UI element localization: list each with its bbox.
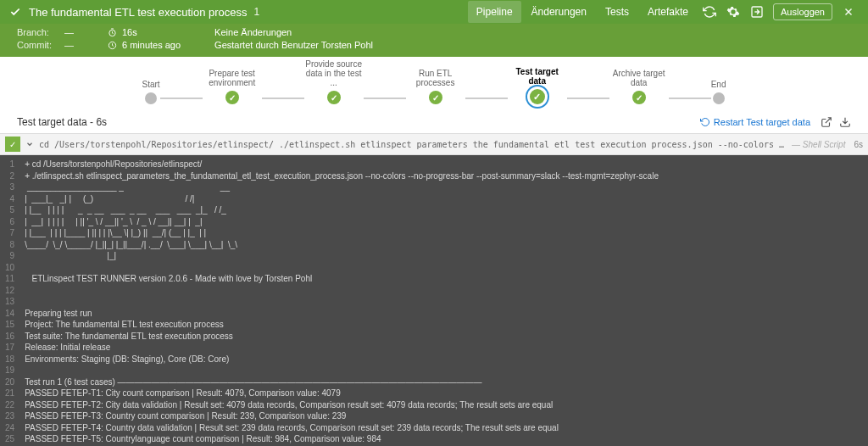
download-icon[interactable] bbox=[839, 116, 851, 128]
branch-label: Branch: bbox=[17, 27, 59, 37]
started-by-text: Gestartet durch Benutzer Torsten Pohl bbox=[214, 40, 373, 50]
stage-5-label: Archive target data bbox=[609, 69, 669, 87]
open-external-icon[interactable] bbox=[821, 116, 832, 128]
command-text: cd /Users/torstenpohl/Repositories/etlin… bbox=[39, 140, 787, 149]
page-title: The fundamental ETL test execution proce… bbox=[29, 6, 248, 19]
clock-icon bbox=[108, 41, 117, 50]
build-number: 1 bbox=[254, 6, 260, 18]
commit-value: — bbox=[64, 40, 74, 50]
stage-1-label: Prepare test environment bbox=[203, 69, 262, 87]
stage-start-label: Start bbox=[142, 70, 160, 89]
close-icon[interactable] bbox=[837, 1, 860, 23]
changes-text: Keine Änderungen bbox=[214, 27, 292, 37]
tab-pipeline[interactable]: Pipeline bbox=[468, 1, 521, 23]
stage-2-label: Provide source data in the test ... bbox=[304, 69, 364, 87]
restart-step-link[interactable]: Restart Test target data bbox=[700, 117, 810, 127]
step-title: Test target data - 6s bbox=[17, 116, 107, 128]
stage-4-dot[interactable] bbox=[530, 89, 545, 104]
external-link-icon[interactable] bbox=[746, 1, 768, 23]
stage-3-dot[interactable] bbox=[429, 91, 442, 104]
stage-2-dot[interactable] bbox=[327, 91, 341, 104]
collapse-chevron-icon[interactable] bbox=[25, 140, 34, 148]
command-duration: 6s bbox=[854, 140, 863, 149]
command-shell-label: — Shell Script bbox=[792, 140, 845, 149]
stage-5-dot[interactable] bbox=[632, 91, 646, 104]
rerun-icon[interactable] bbox=[698, 1, 721, 23]
console-output: 1234567891011121314151617181920212223242… bbox=[0, 155, 868, 446]
commit-label: Commit: bbox=[17, 40, 59, 50]
status-check-icon bbox=[8, 5, 22, 19]
tab-artifacts[interactable]: Artefakte bbox=[639, 1, 697, 23]
stage-1-dot[interactable] bbox=[225, 91, 239, 104]
stage-end-label: End bbox=[711, 70, 726, 89]
gear-icon[interactable] bbox=[722, 1, 744, 23]
logout-button[interactable]: Ausloggen bbox=[773, 3, 832, 20]
stage-start-dot[interactable] bbox=[145, 92, 157, 104]
duration-value: 16s bbox=[122, 27, 137, 37]
stopwatch-icon bbox=[108, 28, 117, 37]
stage-end-dot[interactable] bbox=[713, 92, 725, 104]
branch-value: — bbox=[64, 27, 74, 37]
stage-3-label: Run ETL processes bbox=[406, 69, 465, 87]
tab-changes[interactable]: Änderungen bbox=[523, 1, 595, 23]
tab-tests[interactable]: Tests bbox=[597, 1, 637, 23]
pipeline-graph: Start Prepare test environment Provide s… bbox=[0, 57, 868, 111]
stage-4-label: Test target data bbox=[508, 67, 567, 86]
cmd-status-icon: ✓ bbox=[5, 137, 20, 152]
age-value: 6 minutes ago bbox=[122, 40, 181, 50]
